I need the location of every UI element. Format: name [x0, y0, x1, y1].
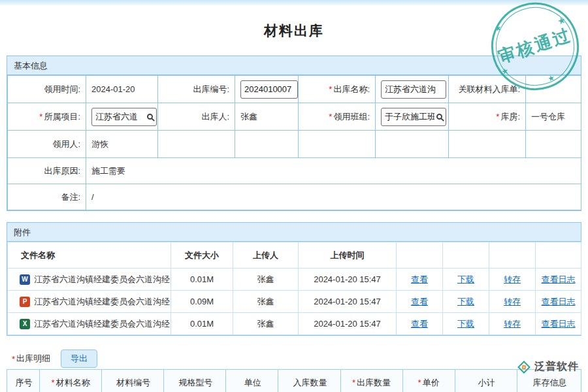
- word-file-icon: W: [20, 274, 30, 285]
- col-unit: 单位: [226, 370, 278, 392]
- team-label: *领用班组:: [299, 103, 376, 131]
- excel-file-icon: X: [20, 319, 30, 329]
- outbound-name-input[interactable]: 江苏省六道沟: [381, 80, 446, 99]
- recipient-value: 游恢: [86, 131, 158, 158]
- project-label: *所属项目:: [8, 103, 86, 131]
- attachment-row: W江苏省六道沟镇经建委员会六道沟经 0.01M 张鑫 2024-01-20 15…: [8, 269, 581, 291]
- ppt-file-icon: P: [20, 297, 30, 307]
- basic-info-form: 领用时间: 2024-01-20 出库编号: 2024010007 *出库名称:…: [7, 75, 581, 210]
- view-link[interactable]: 查看: [411, 297, 428, 306]
- outbound-name-cell: 江苏省六道沟: [376, 76, 449, 103]
- issue-time-value: 2024-01-20: [86, 76, 158, 103]
- transfer-link[interactable]: 转存: [504, 297, 521, 306]
- required-mark: *: [329, 84, 332, 94]
- recipient-label: 领用人:: [8, 131, 86, 158]
- col-material-name: *材料名称: [40, 370, 102, 392]
- details-section: * 出库明细 导出 序号 *材料名称 材料编号 规格型号 单位 入库数量 *出库…: [7, 348, 581, 392]
- col-file-size: 文件大小: [171, 242, 233, 269]
- file-size: 0.01M: [171, 313, 233, 335]
- view-log-link[interactable]: 查看日志: [542, 274, 576, 284]
- outbound-no-label: 出库编号:: [158, 76, 235, 103]
- col-actions: [397, 242, 443, 269]
- empty-cell: [526, 131, 581, 158]
- project-input[interactable]: 江苏省六道: [91, 108, 157, 126]
- col-spec-model: 规格型号: [164, 370, 226, 392]
- required-mark: *: [39, 112, 42, 122]
- issuer-label: 出库人:: [158, 103, 235, 131]
- empty-cell: [235, 131, 299, 158]
- view-link[interactable]: 查看: [411, 319, 428, 329]
- view-log-link[interactable]: 查看日志: [542, 297, 576, 306]
- col-upload-time: 上传时间: [299, 242, 397, 269]
- uploader: 张鑫: [233, 291, 299, 313]
- view-log-link[interactable]: 查看日志: [542, 319, 576, 329]
- attachment-row: P江苏省六道沟镇经建委员会六道沟经 0.09M 张鑫 2024-01-20 15…: [8, 291, 581, 313]
- attachments-table: 文件名称 文件大小 上传人 上传时间 W江苏省六道沟镇经建委员会六道沟经 0.0…: [7, 242, 581, 335]
- basic-info-section: 基本信息 领用时间: 2024-01-20 出库编号: 2024010007 *…: [7, 56, 581, 211]
- remark-value: /: [86, 184, 581, 210]
- upload-time: 2024-01-20 15:47: [299, 291, 397, 313]
- file-name: 江苏省六道沟镇经建委员会六道沟经: [34, 274, 170, 286]
- col-file-name: 文件名称: [8, 242, 171, 269]
- col-inbound-qty: 入库数量: [278, 370, 340, 392]
- reason-value: 施工需要: [86, 158, 581, 184]
- download-link[interactable]: 下载: [457, 297, 474, 306]
- col-material-no: 材料编号: [102, 370, 164, 392]
- details-title: 出库明细: [16, 353, 50, 365]
- related-inbound-value: [526, 76, 581, 103]
- search-icon[interactable]: [436, 114, 442, 120]
- download-link[interactable]: 下载: [457, 319, 474, 329]
- material-outbound-page: 材料出库 审核通过 ★ ★ ★ ★ 基本信息 领用时间: 2024-01-20 …: [0, 0, 588, 392]
- reason-label: 出库原因:: [8, 158, 86, 184]
- col-outbound-qty: *出库数量: [340, 370, 402, 392]
- transfer-link[interactable]: 转存: [504, 274, 521, 284]
- team-cell: 于子欣施工班: [376, 103, 449, 131]
- project-cell: 江苏省六道: [86, 103, 158, 131]
- transfer-link[interactable]: 转存: [504, 319, 521, 329]
- upload-time: 2024-01-20 15:47: [299, 269, 397, 291]
- warehouse-label: *库房:: [449, 103, 526, 131]
- details-table: 序号 *材料名称 材料编号 规格型号 单位 入库数量 *出库数量 *单价 小计 …: [7, 369, 581, 392]
- page-title: 材料出库: [0, 22, 588, 40]
- col-seq: 序号: [7, 370, 40, 392]
- attachments-header: 附件: [7, 223, 581, 242]
- details-title-bar: * 出库明细 导出: [7, 348, 581, 369]
- col-actions: [536, 242, 581, 269]
- col-subtotal: 小计: [455, 370, 517, 392]
- col-actions: [443, 242, 489, 269]
- outbound-no-cell: 2024010007: [235, 76, 299, 103]
- outbound-no-input[interactable]: 2024010007: [240, 80, 298, 99]
- remark-label: 备注:: [8, 184, 86, 210]
- col-uploader: 上传人: [233, 242, 299, 269]
- col-actions: [489, 242, 536, 269]
- empty-cell: [376, 131, 449, 158]
- uploader: 张鑫: [233, 269, 299, 291]
- attachments-section: 附件 文件名称 文件大小 上传人 上传时间: [7, 222, 581, 336]
- empty-cell: [299, 131, 376, 158]
- team-input[interactable]: 于子欣施工班: [381, 108, 446, 126]
- uploader: 张鑫: [233, 313, 299, 335]
- file-name: 江苏省六道沟镇经建委员会六道沟经: [34, 318, 170, 330]
- file-size: 0.01M: [171, 269, 233, 291]
- basic-info-header: 基本信息: [7, 56, 581, 75]
- issuer-value: 张鑫: [235, 103, 299, 131]
- view-link[interactable]: 查看: [411, 274, 428, 284]
- empty-cell: [449, 131, 526, 158]
- file-name: 江苏省六道沟镇经建委员会六道沟经: [34, 296, 170, 308]
- search-icon[interactable]: [147, 114, 153, 120]
- related-inbound-label: 关联材料入库单:: [449, 76, 526, 103]
- download-link[interactable]: 下载: [457, 274, 474, 284]
- brand-name: 泛普软件: [534, 360, 579, 374]
- export-button[interactable]: 导出: [61, 350, 97, 368]
- required-mark: *: [496, 112, 499, 122]
- upload-time: 2024-01-20 15:47: [299, 313, 397, 335]
- fanpu-logo-icon: [517, 361, 531, 374]
- outbound-name-label: *出库名称:: [299, 76, 376, 103]
- brand-logo: 泛普软件: [517, 360, 579, 374]
- issue-time-label: 领用时间:: [8, 76, 86, 103]
- file-size: 0.09M: [171, 291, 233, 313]
- top-gradient-bar: [0, 0, 588, 5]
- attachment-row: X江苏省六道沟镇经建委员会六道沟经 0.01M 张鑫 2024-01-20 15…: [8, 313, 581, 335]
- col-unit-price: *单价: [402, 370, 455, 392]
- warehouse-value: 一号仓库: [526, 103, 581, 131]
